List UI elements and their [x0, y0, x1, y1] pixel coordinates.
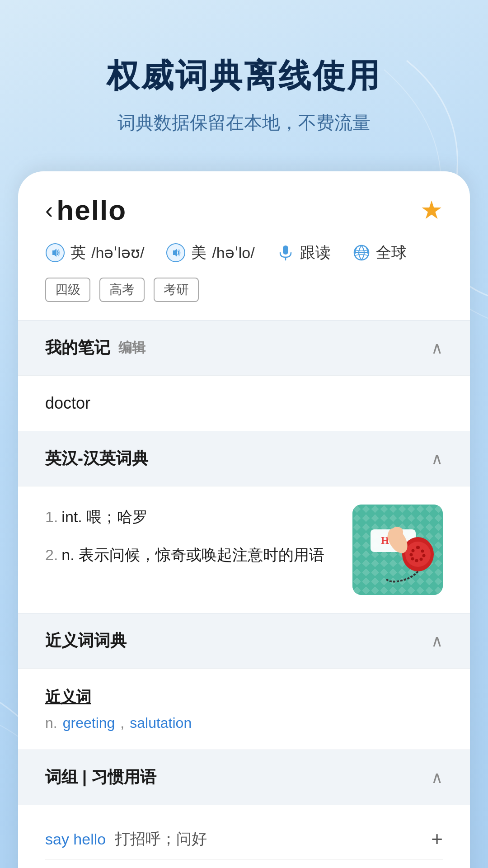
- synonym-salutation[interactable]: salutation: [130, 715, 192, 731]
- notes-text: doctor: [45, 394, 90, 412]
- synonyms-separator: ,: [120, 715, 124, 731]
- favorite-star-button[interactable]: ★: [420, 195, 443, 225]
- american-pronunciation[interactable]: 美 /həˈlo/: [166, 242, 254, 263]
- svg-point-16: [415, 559, 418, 562]
- svg-point-12: [416, 546, 420, 549]
- def-num-2: 2.: [45, 546, 58, 563]
- word-display: hello: [56, 194, 127, 226]
- follow-read-button[interactable]: 跟读: [277, 242, 331, 263]
- definitions-list: 1.int. 喂；哈罗 2.n. 表示问候，惊奇或唤起注意时的用语: [45, 505, 334, 581]
- pronunciation-row: 英 /həˈləʊ/ 美 /həˈlo/ 跟读: [45, 242, 443, 263]
- dictionary-card: ‹ hello ★ 英 /həˈləʊ/: [18, 171, 470, 868]
- synonyms-section-title: 近义词词典: [45, 630, 127, 652]
- tag-kaoyan: 考研: [154, 278, 199, 302]
- synonyms-content: 近义词 n. greeting , salutation: [18, 669, 470, 750]
- mic-icon: [277, 244, 295, 262]
- notes-content: doctor: [18, 376, 470, 431]
- synonyms-pos: n.: [45, 715, 57, 731]
- global-button[interactable]: 全球: [352, 242, 407, 263]
- notes-section-header[interactable]: 我的笔记 编辑 ∧: [18, 320, 470, 375]
- def-meaning-2: 表示问候，惊奇或唤起注意时的用语: [79, 546, 324, 563]
- notes-collapse-icon[interactable]: ∧: [431, 339, 443, 358]
- phrase-add-button-1[interactable]: +: [431, 828, 443, 850]
- phrases-section-header[interactable]: 词组 | 习惯用语 ∧: [18, 750, 470, 805]
- def-num-1: 1.: [45, 508, 58, 525]
- phrase-item-2: hello everyone 大家好: [45, 860, 443, 868]
- tag-gaokao: 高考: [99, 278, 145, 302]
- svg-point-19: [412, 549, 415, 552]
- globe-icon: [352, 244, 371, 262]
- phrases-section-title: 词组 | 习惯用语: [45, 766, 156, 788]
- american-label: 美: [191, 242, 206, 263]
- synonyms-label: 近义词: [45, 687, 443, 708]
- british-speaker-icon[interactable]: [45, 243, 65, 263]
- hello-illustration: Hello: [352, 505, 443, 595]
- phrase-meaning-1: 打招呼；问好: [115, 829, 207, 849]
- synonyms-section-header[interactable]: 近义词词典 ∧: [18, 613, 470, 668]
- phrases-content: say hello 打招呼；问好 + hello everyone 大家好: [18, 805, 470, 868]
- svg-rect-2: [283, 245, 288, 255]
- definition-2: 2.n. 表示问候，惊奇或唤起注意时的用语: [45, 542, 334, 567]
- svg-point-13: [421, 550, 424, 553]
- svg-point-17: [411, 557, 414, 561]
- page-main-title: 权威词典离线使用: [27, 54, 461, 98]
- synonym-greeting[interactable]: greeting: [63, 715, 115, 731]
- svg-point-11: [405, 542, 431, 567]
- dictionary-content: 1.int. 喂；哈罗 2.n. 表示问候，惊奇或唤起注意时的用语: [18, 486, 470, 613]
- dictionary-section-header[interactable]: 英汉-汉英词典 ∧: [18, 431, 470, 486]
- exam-tags: 四级 高考 考研: [45, 278, 443, 302]
- dictionary-collapse-icon[interactable]: ∧: [431, 449, 443, 468]
- american-speaker-icon[interactable]: [166, 243, 186, 263]
- svg-point-18: [410, 553, 413, 557]
- global-label: 全球: [376, 242, 407, 263]
- notes-section-title: 我的笔记: [45, 337, 110, 359]
- back-button[interactable]: ‹: [45, 197, 53, 224]
- svg-point-15: [420, 558, 423, 561]
- follow-read-label: 跟读: [300, 242, 331, 263]
- phrase-item-1: say hello 打招呼；问好 +: [45, 819, 443, 859]
- notes-edit-button[interactable]: 编辑: [118, 339, 145, 357]
- page-sub-title: 词典数据保留在本地，不费流量: [27, 110, 461, 135]
- phrase-word-1[interactable]: say hello: [45, 830, 106, 848]
- dictionary-section-title: 英汉-汉英词典: [45, 448, 148, 470]
- def-part-1: int.: [61, 508, 82, 525]
- british-label: 英: [70, 242, 86, 263]
- def-part-2: n.: [61, 546, 74, 563]
- svg-point-14: [422, 554, 426, 557]
- def-meaning-1: 喂；哈罗: [86, 508, 148, 525]
- definition-1: 1.int. 喂；哈罗: [45, 505, 334, 529]
- british-phonetic: /həˈləʊ/: [91, 244, 144, 262]
- american-phonetic: /həˈlo/: [212, 244, 254, 262]
- tag-cet4: 四级: [45, 278, 90, 302]
- phrases-collapse-icon[interactable]: ∧: [431, 768, 443, 787]
- synonyms-collapse-icon[interactable]: ∧: [431, 632, 443, 651]
- british-pronunciation[interactable]: 英 /həˈləʊ/: [45, 242, 144, 263]
- word-header: ‹ hello ★ 英 /həˈləʊ/: [18, 171, 470, 320]
